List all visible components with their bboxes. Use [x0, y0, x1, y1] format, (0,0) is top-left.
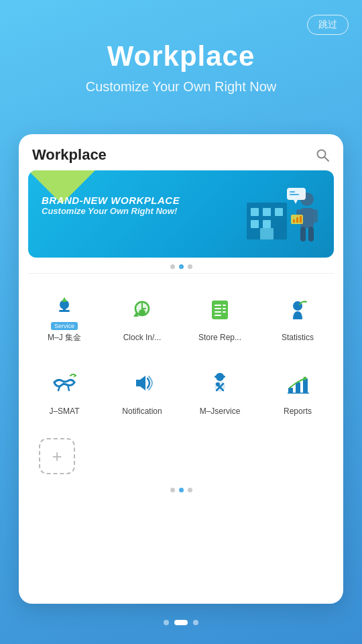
app-reports[interactable]: Reports — [259, 356, 337, 424]
svg-point-46 — [304, 376, 307, 380]
app-grid-row2: J–SMAT Notification — [19, 350, 343, 424]
svg-rect-6 — [251, 220, 259, 228]
svg-line-1 — [324, 157, 328, 161]
storerep-label: Store Rep... — [198, 333, 241, 343]
svg-rect-5 — [275, 208, 283, 216]
app-notification[interactable]: Notification — [103, 356, 181, 424]
app-statistics[interactable]: Statistics — [259, 282, 337, 350]
clockin-label: Clock In/... — [123, 333, 162, 343]
page-dot-1[interactable] — [170, 488, 175, 492]
carousel-dot-2[interactable] — [179, 264, 184, 269]
app-mj[interactable]: Service M–J 集金 — [25, 282, 103, 350]
reports-label: Reports — [284, 407, 312, 417]
svg-rect-29 — [212, 301, 228, 319]
reports-icon-wrap — [280, 365, 316, 401]
svg-rect-32 — [215, 308, 221, 309]
mjservice-icon-wrap — [202, 365, 238, 401]
carousel-dot-1[interactable] — [170, 264, 175, 269]
main-card: Workplace Brand-new Workplace Customize … — [19, 134, 343, 604]
app-grid-row1: Service M–J 集金 Clock In/... — [19, 276, 343, 350]
svg-marker-16 — [294, 200, 298, 204]
banner-text: Brand-new Workplace Customize Your Own R… — [42, 195, 180, 216]
svg-rect-13 — [300, 227, 306, 241]
page-indicator — [19, 488, 343, 492]
svg-rect-20 — [293, 219, 295, 223]
svg-rect-8 — [260, 228, 274, 239]
clockin-icon-wrap — [124, 291, 160, 327]
card-title: Workplace — [32, 146, 107, 164]
skip-button[interactable]: 跳过 — [307, 15, 349, 35]
svg-rect-44 — [303, 378, 308, 393]
app-storerep[interactable]: Store Rep... — [181, 282, 259, 350]
app-jsmat[interactable]: J–SMAT — [25, 356, 103, 424]
jsmat-icon-wrap — [46, 365, 82, 401]
card-header: Workplace — [19, 134, 343, 170]
divider — [28, 273, 334, 274]
outer-dot-2[interactable] — [174, 620, 188, 625]
app-clockin[interactable]: Clock In/... — [103, 282, 181, 350]
svg-rect-3 — [251, 208, 259, 216]
svg-rect-22 — [300, 216, 302, 223]
svg-point-41 — [216, 382, 220, 386]
notification-icon-wrap — [124, 365, 160, 401]
svg-rect-17 — [290, 191, 295, 193]
svg-rect-30 — [215, 305, 221, 306]
page-dot-2[interactable] — [179, 488, 184, 492]
banner-line1: Brand-new Workplace — [42, 195, 180, 206]
add-btn-wrap: + — [19, 423, 343, 484]
svg-point-28 — [139, 309, 145, 316]
banner: Brand-new Workplace Customize Your Own R… — [28, 170, 334, 258]
banner-line2: Customize Your Own Right Now! — [42, 206, 180, 216]
app-mjservice[interactable]: M–Jservice — [181, 356, 259, 424]
statistics-label: Statistics — [282, 333, 314, 343]
carousel-dot-3[interactable] — [188, 264, 192, 269]
add-app-button[interactable]: + — [39, 438, 75, 474]
svg-rect-33 — [223, 308, 226, 309]
svg-rect-18 — [290, 194, 299, 195]
page-dot-3[interactable] — [188, 488, 192, 492]
svg-rect-43 — [296, 382, 300, 393]
svg-rect-14 — [308, 227, 314, 241]
svg-rect-31 — [223, 305, 226, 306]
svg-rect-21 — [296, 217, 298, 223]
outer-dot-1[interactable] — [164, 620, 169, 625]
banner-illustration — [240, 180, 327, 248]
service-badge: Service — [51, 322, 78, 330]
hero-subtitle: Customize Your Own Right Now — [0, 79, 362, 95]
svg-rect-7 — [263, 220, 271, 228]
hero-title: Workplace — [0, 40, 362, 72]
outer-page-dots — [0, 620, 362, 625]
svg-rect-34 — [215, 311, 221, 313]
search-icon[interactable] — [315, 148, 330, 162]
svg-rect-4 — [263, 208, 271, 216]
storerep-icon-wrap — [202, 291, 238, 327]
mjservice-label: M–Jservice — [200, 407, 241, 417]
notification-label: Notification — [122, 407, 162, 417]
svg-rect-39 — [215, 376, 225, 378]
svg-rect-12 — [311, 209, 318, 223]
svg-rect-36 — [215, 315, 221, 316]
statistics-icon-wrap — [280, 291, 316, 327]
outer-dot-3[interactable] — [193, 620, 198, 625]
mj-icon-wrap: Service — [46, 291, 82, 327]
mj-label: M–J 集金 — [48, 333, 81, 343]
jsmat-label: J–SMAT — [49, 407, 79, 417]
svg-rect-35 — [223, 311, 226, 313]
carousel-dots — [19, 264, 343, 269]
svg-rect-42 — [288, 388, 293, 393]
